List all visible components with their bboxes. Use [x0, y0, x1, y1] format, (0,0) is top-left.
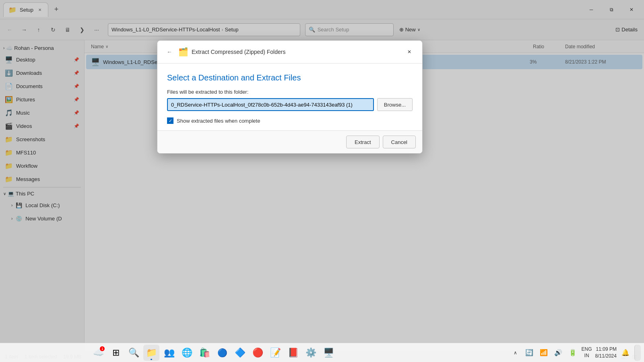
clock[interactable]: 11:09 PM 8/11/2024 — [595, 346, 617, 360]
dialog-close-button[interactable]: ✕ — [403, 45, 416, 58]
dialog-folder-label: Files will be extracted to this folder: — [167, 89, 413, 95]
taskbar-icon-store[interactable]: 🛍️ — [196, 345, 213, 361]
sys-tray-battery[interactable]: 🔋 — [567, 347, 578, 358]
taskbar-icon-start[interactable]: ⊞ — [108, 345, 124, 361]
dialog-heading: Select a Destination and Extract Files — [167, 73, 413, 82]
cancel-button[interactable]: Cancel — [383, 136, 416, 148]
taskbar-icon-acrobat[interactable]: 📕 — [285, 345, 301, 361]
taskbar-icon-teams[interactable]: 👥 — [161, 345, 177, 361]
date: 8/11/2024 — [595, 353, 617, 360]
taskbar-icon-settings[interactable]: ⚙️ — [303, 345, 319, 361]
taskbar-icon-search[interactable]: 🔍 — [126, 345, 142, 361]
sys-tray-lang: ENG IN — [582, 346, 592, 359]
sys-tray-update[interactable]: 🔄 — [524, 347, 535, 358]
dialog-title-text: Extract Compressed (Zipped) Folders — [192, 49, 400, 55]
taskbar-icon-app2[interactable]: 🖥️ — [320, 345, 336, 361]
time: 11:09 PM — [595, 346, 617, 353]
checkbox-row: Show extracted files when complete — [167, 117, 413, 124]
taskbar-icon-cloud[interactable]: ☁️ 1 — [90, 345, 106, 361]
taskbar-icon-fileexplorer[interactable]: 📁 — [143, 345, 159, 361]
browse-button[interactable]: Browse... — [377, 98, 413, 111]
sys-tray-wifi[interactable]: 📶 — [538, 347, 549, 358]
show-files-checkbox[interactable] — [167, 117, 173, 124]
taskbar-icon-edge[interactable]: 🌐 — [179, 345, 195, 361]
taskbar-icon-vscode[interactable]: 🔷 — [232, 345, 248, 361]
dialog-footer: Extract Cancel — [157, 130, 422, 153]
taskbar-icon-chrome[interactable]: 🔵 — [214, 345, 230, 361]
show-desktop[interactable] — [634, 345, 641, 361]
path-input[interactable] — [167, 98, 374, 111]
extract-dialog: ← 🗂️ Extract Compressed (Zipped) Folders… — [157, 40, 423, 154]
sys-tray-expand[interactable]: ∧ — [511, 348, 520, 358]
taskbar-icon-app1[interactable]: 🔴 — [250, 345, 266, 361]
taskbar-center: ☁️ 1 ⊞ 🔍 📁 👥 🌐 🛍️ 🔵 🔷 🔴 📝 📕 ⚙️ 🖥️ — [90, 345, 336, 361]
dialog-title-bar: ← 🗂️ Extract Compressed (Zipped) Folders… — [157, 41, 422, 64]
notification-center[interactable]: 🔔 — [620, 347, 631, 358]
extract-button[interactable]: Extract — [346, 136, 379, 148]
checkbox-label: Show extracted files when complete — [177, 118, 260, 124]
notification-badge: 1 — [100, 346, 105, 351]
system-tray: ∧ 🔄 📶 🔊 🔋 ENG IN 11:09 PM 8/11/2024 🔔 — [511, 345, 641, 361]
taskbar-icon-notes[interactable]: 📝 — [267, 345, 283, 361]
dialog-body: Select a Destination and Extract Files F… — [157, 64, 422, 130]
dialog-back-button[interactable]: ← — [164, 46, 175, 58]
sys-tray-volume[interactable]: 🔊 — [553, 347, 564, 358]
path-input-row: Browse... — [167, 98, 413, 111]
dialog-title-icon: 🗂️ — [178, 47, 188, 57]
taskbar: ☁️ 1 ⊞ 🔍 📁 👥 🌐 🛍️ 🔵 🔷 🔴 📝 📕 ⚙️ 🖥️ ∧ 🔄 📶 … — [0, 343, 644, 362]
